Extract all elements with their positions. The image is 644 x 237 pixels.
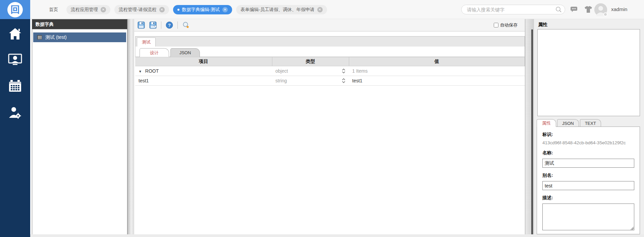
sidebar-item-users[interactable] — [0, 49, 30, 71]
tab-label: 表单编辑-员工请假、调休、年假申请 — [240, 7, 315, 13]
left-splitter[interactable] — [127, 19, 134, 237]
tab-properties-json[interactable]: JSON — [557, 119, 579, 127]
type-spinner-icon[interactable] — [342, 69, 345, 73]
session-tabs: 首页 流程应用管理 ✕ 流程管理-请假流程 ✕ 数据字典编辑-测试 ✕ 表单编辑… — [45, 0, 327, 19]
tree-item-test[interactable]: 测试 (test) — [33, 32, 126, 42]
username-label[interactable]: xadmin — [611, 6, 627, 12]
alias-field[interactable] — [542, 181, 634, 190]
autosave-toggle[interactable]: 自动保存 — [494, 22, 518, 28]
dictionary-grid-icon — [37, 35, 42, 40]
avatar[interactable] — [594, 3, 607, 16]
autosave-label: 自动保存 — [500, 22, 518, 28]
field-label-id: 标识: — [542, 132, 634, 138]
tab-label: 流程管理-请假流程 — [119, 7, 157, 13]
column-header-item[interactable]: 项目 — [135, 57, 272, 66]
tab-properties-text[interactable]: TEXT — [580, 119, 601, 127]
item-name: test1 — [139, 78, 149, 83]
toolbar-divider — [177, 21, 178, 29]
help-icon[interactable]: ? — [165, 21, 174, 29]
dictionary-table: 项目 类型 值 ▼ ROOT object — [135, 57, 525, 86]
properties-form: 标识: 413cd96f-8548-42cb-bd64-35e02b129f2c… — [537, 127, 640, 234]
field-label-alias: 别名: — [542, 172, 634, 178]
type-value[interactable]: string — [275, 78, 287, 83]
tree-panel-title: 数据字典 — [32, 19, 127, 29]
dictionary-tree-panel: 数据字典 测试 (test) — [32, 19, 127, 237]
tab-label: 首页 — [49, 7, 58, 13]
app-logo[interactable]: 回 — [0, 0, 30, 19]
tab-label: 数据字典编辑-测试 — [182, 7, 220, 13]
tab-design[interactable]: 设计 — [140, 48, 169, 57]
column-header-value[interactable]: 值 — [349, 57, 525, 66]
app-logo-icon: 回 — [7, 2, 23, 17]
doc-tab-test[interactable]: 测试 — [137, 37, 156, 47]
collapse-caret-icon[interactable]: ▼ — [139, 70, 142, 73]
save-as-icon[interactable] — [149, 21, 157, 29]
bottom-strip — [30, 234, 644, 237]
save-icon[interactable] — [137, 21, 146, 29]
tree-body: 测试 (test) — [32, 29, 127, 42]
field-label-name: 名称: — [542, 150, 634, 156]
tab-properties[interactable]: 属性 — [537, 119, 556, 127]
tab-home[interactable]: 首页 — [45, 5, 62, 14]
view-tabstrip: 设计 JSON — [135, 47, 525, 57]
autosave-checkbox[interactable] — [494, 23, 498, 27]
home-icon — [8, 28, 22, 40]
theme-tshirt-icon[interactable] — [584, 6, 592, 13]
type-value[interactable]: object — [275, 68, 288, 74]
avatar-badge-icon — [603, 12, 607, 16]
topbar: 回 首页 流程应用管理 ✕ 流程管理-请假流程 ✕ 数据字典编辑-测试 ✕ 表单… — [0, 0, 644, 19]
splitter-handle[interactable] — [531, 29, 533, 234]
field-label-description: 描述: — [542, 195, 634, 201]
svg-text:?: ? — [168, 23, 171, 28]
close-icon[interactable]: ✕ — [222, 7, 228, 12]
description-field[interactable] — [542, 204, 634, 230]
table-row[interactable]: test1 string test1 — [135, 76, 525, 86]
type-spinner-icon[interactable] — [342, 78, 345, 83]
item-name: ROOT — [145, 68, 159, 74]
tab-process-mgmt-leave[interactable]: 流程管理-请假流程 ✕ — [114, 5, 169, 14]
search-icon[interactable] — [555, 6, 562, 13]
close-icon[interactable]: ✕ — [317, 7, 323, 12]
properties-tabstrip: 属性 JSON TEXT — [537, 119, 602, 127]
properties-panel-title: 属性 — [538, 22, 547, 28]
table-row[interactable]: ▼ ROOT object 1 Items — [135, 66, 525, 76]
sidebar-item-user-settings[interactable] — [0, 102, 30, 124]
tab-json[interactable]: JSON — [170, 48, 200, 57]
user-monitor-icon — [8, 54, 22, 66]
table-header-row: 项目 类型 值 — [135, 57, 525, 66]
properties-preview-box — [537, 29, 640, 116]
properties-panel: 属性 属性 JSON TEXT 标识: 413cd96f-8548-42cb-b… — [534, 19, 644, 237]
name-field[interactable] — [542, 159, 634, 168]
sidebar-item-home[interactable] — [0, 23, 30, 45]
global-search — [461, 5, 565, 14]
tab-form-edit[interactable]: 表单编辑-员工请假、调休、年假申请 ✕ — [236, 5, 327, 14]
tab-dict-edit-test[interactable]: 数据字典编辑-测试 ✕ — [173, 5, 232, 14]
cell-value[interactable]: test1 — [352, 78, 362, 83]
search-input[interactable] — [461, 5, 565, 14]
cell-value[interactable]: 1 Items — [352, 68, 368, 74]
toolbar-divider — [161, 21, 161, 29]
close-icon[interactable]: ✕ — [159, 7, 165, 12]
document-tabstrip: 测试 — [135, 36, 525, 47]
column-header-type[interactable]: 类型 — [272, 57, 349, 66]
tab-process-app-mgmt[interactable]: 流程应用管理 ✕ — [66, 5, 110, 14]
preview-icon[interactable] — [181, 21, 190, 29]
editor-toolbar: ? 自动保存 — [134, 19, 525, 31]
active-dot-icon — [177, 9, 179, 11]
sidebar-item-calendar[interactable] — [0, 75, 30, 97]
icon-sidebar — [0, 19, 30, 237]
tree-item-label: 测试 (test) — [45, 34, 67, 41]
calendar-icon — [8, 80, 22, 92]
right-splitter[interactable] — [525, 19, 534, 237]
close-icon[interactable]: ✕ — [101, 7, 106, 12]
field-value-id: 413cd96f-8548-42cb-bd64-35e02b129f2c — [542, 140, 634, 145]
user-settings-icon — [8, 106, 22, 119]
tab-label: 流程应用管理 — [71, 7, 98, 13]
dictionary-editor: ? 自动保存 测试 设计 JSON 项目 类型 值 — [134, 19, 525, 234]
message-icon[interactable] — [570, 6, 578, 13]
